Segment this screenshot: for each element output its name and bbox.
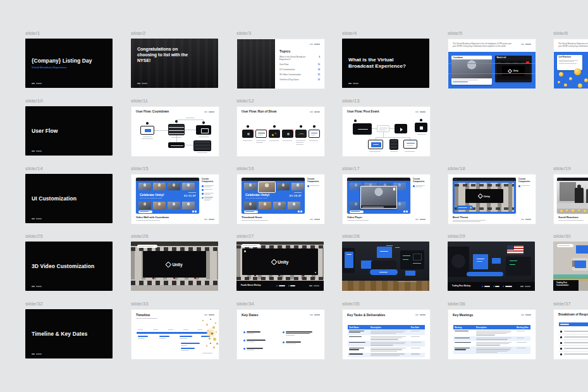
cell-slide-15: slide/15 Celebrate Unity! Join us for th… bbox=[131, 166, 218, 224]
slide-label: slide/35 bbox=[342, 301, 429, 307]
slide-thumbnail-6[interactable]: The Virtual Broadcast Experience lets al… bbox=[553, 39, 588, 89]
confetti bbox=[213, 338, 216, 341]
key-date-item bbox=[243, 340, 266, 342]
screen-content bbox=[311, 135, 315, 135]
unity-hex-icon bbox=[166, 261, 171, 267]
slide-thumbnail-25[interactable]: 3D Video Customization bbox=[25, 242, 113, 291]
slide-title: UI Customization bbox=[32, 195, 106, 202]
slide-title: Timeline bbox=[136, 313, 150, 317]
slide-thumbnail-37[interactable]: Breakdown of Responsibilities bbox=[553, 309, 588, 360]
slide-thumbnail-15[interactable]: Celebrate Unity! Join us for the Listing… bbox=[131, 174, 219, 224]
confetti bbox=[210, 319, 211, 320]
milestone-sub bbox=[180, 338, 187, 339]
caption-subtext bbox=[242, 220, 268, 221]
slide-thumbnail-10[interactable]: User Flow bbox=[25, 106, 113, 156]
responsibility-row bbox=[559, 346, 588, 352]
slide-thumbnail-17[interactable]: Custom Components Video Player bbox=[342, 174, 431, 224]
cell-slide-25: slide/25 3D Video Customization bbox=[25, 233, 113, 291]
slide-title: Timeline & Key Dates bbox=[32, 331, 106, 338]
window-dot bbox=[245, 179, 246, 180]
slide-thumbnail-4[interactable]: What is the Virtual Broadcast Experience… bbox=[342, 39, 429, 88]
slide-thumbnail-26[interactable]: Unity bbox=[131, 242, 218, 291]
text-placeholder bbox=[477, 259, 484, 259]
flow-node-event-site bbox=[368, 140, 383, 149]
slide-label: slide/1 bbox=[25, 30, 113, 37]
nyse-unity-logo bbox=[32, 83, 42, 84]
figure-caption: Video Player bbox=[347, 216, 369, 221]
slide-thumbnail-34[interactable]: Key Dates bbox=[236, 309, 325, 360]
responsibility-row bbox=[559, 329, 588, 334]
cell-slide-11: slide/11 User Flow: Countdown bbox=[131, 98, 218, 157]
machine-mass bbox=[451, 254, 465, 268]
text-placeholder bbox=[564, 353, 588, 354]
annotation-column: Custom Components bbox=[307, 178, 322, 187]
slide-thumbnail-11[interactable]: User Flow: Countdown bbox=[131, 106, 219, 157]
square-icon bbox=[420, 126, 423, 130]
slide-thumbnail-30[interactable]: Trading Post Customization bbox=[553, 242, 588, 291]
window-dot bbox=[137, 179, 138, 180]
countdown-widget: 01:15:37 bbox=[290, 192, 302, 197]
video-tile bbox=[277, 183, 290, 190]
play-icon bbox=[400, 128, 403, 132]
cell-slide-1: slide/1 {Company} Listing Day Virtual Br… bbox=[25, 30, 113, 89]
text-placeholder bbox=[521, 185, 530, 186]
screen-content bbox=[258, 133, 265, 133]
text-placeholder bbox=[351, 211, 360, 212]
bullet-dot bbox=[202, 189, 204, 191]
slide-thumbnail-33[interactable]: Timeline bbox=[131, 309, 219, 360]
footnote-placeholder bbox=[202, 353, 212, 353]
text-placeholder bbox=[558, 245, 570, 246]
slide-thumbnail-28[interactable] bbox=[342, 242, 429, 291]
caption-subtext bbox=[453, 220, 486, 221]
backdrop-board bbox=[560, 182, 576, 201]
cell-task bbox=[348, 335, 369, 341]
slide-thumbnail-5[interactable]: The Virtual Broadcast Experience lets al… bbox=[448, 39, 536, 89]
node-caption bbox=[142, 138, 153, 139]
slide-thumbnail-36[interactable]: Key Meetings Meeting Description Meeting… bbox=[448, 309, 536, 360]
slide-thumbnail-35[interactable]: Key Tasks & Deliverables Task Name Descr… bbox=[342, 309, 431, 360]
slide-thumbnail-29[interactable]: Trading Floor Mockup bbox=[448, 242, 535, 291]
slide-label: slide/37 bbox=[553, 301, 588, 307]
column-header: Meeting bbox=[453, 325, 475, 329]
slide-thumbnail-13[interactable]: User Flow: Post Event bbox=[342, 106, 431, 157]
ticker-light bbox=[386, 245, 393, 246]
slide-thumbnail-27[interactable]: Unity Facade Banner Mockup bbox=[236, 242, 324, 291]
slide-thumbnail-14[interactable]: UI Customization bbox=[25, 174, 113, 223]
slide-title: User Flow: Post Event bbox=[347, 110, 379, 113]
share-pill bbox=[138, 211, 152, 213]
unity-banner: Unity bbox=[465, 189, 503, 203]
presenter-video bbox=[451, 59, 492, 78]
tick-label bbox=[197, 329, 202, 330]
slide-row-2: slide/10 User Flow slide/11 User Flow: C… bbox=[25, 98, 429, 157]
cell-meeting bbox=[453, 341, 475, 346]
slide-subtitle: Virtual Broadcast Experience bbox=[32, 66, 106, 69]
slide-thumbnail-1[interactable]: {Company} Listing Day Virtual Broadcast … bbox=[25, 39, 113, 88]
window-title: Watch it all bbox=[495, 56, 532, 59]
presenter-video bbox=[361, 187, 396, 205]
slide-thumbnail-3[interactable]: Topics What is the Virtual Broadcast Exp… bbox=[236, 39, 325, 89]
topic-page: 4 bbox=[319, 56, 320, 61]
figure-caption: Video Wall with Countdown bbox=[136, 216, 169, 221]
video-wall-mockup bbox=[347, 178, 410, 214]
text-placeholder bbox=[476, 342, 511, 343]
annotation-heading: Custom Components bbox=[413, 178, 428, 183]
slide-thumbnail-19[interactable]: Social Reactions bbox=[553, 174, 588, 224]
topic-page: 32 bbox=[317, 78, 320, 81]
text-placeholder bbox=[286, 335, 295, 336]
legend-dot bbox=[482, 286, 483, 287]
emoji-reaction bbox=[569, 77, 572, 80]
text-placeholder bbox=[247, 350, 254, 350]
node-caption bbox=[296, 142, 303, 143]
slide-thumbnail-18[interactable]: Unity Custom Components Bezel bbox=[448, 174, 536, 224]
slide-thumbnail-2[interactable]: Congratulations on choosing to list with… bbox=[131, 39, 218, 88]
emoji-reaction bbox=[564, 83, 567, 87]
player-bar bbox=[361, 205, 396, 208]
slide-thumbnail-12[interactable]: User Flow: Run of Show bbox=[236, 106, 325, 157]
cell-slide-30: slide/30 Trading Post Customization bbox=[553, 233, 588, 291]
unity-cube bbox=[473, 254, 488, 269]
step-number-dot bbox=[146, 122, 149, 125]
nyse-unity-logo bbox=[520, 286, 530, 287]
slide-thumbnail-32[interactable]: Timeline & Key Dates bbox=[25, 309, 113, 358]
slide-thumbnail-16[interactable]: Celebrate Unity! Join us for the Listing… bbox=[236, 174, 325, 224]
text-placeholder bbox=[247, 331, 260, 333]
